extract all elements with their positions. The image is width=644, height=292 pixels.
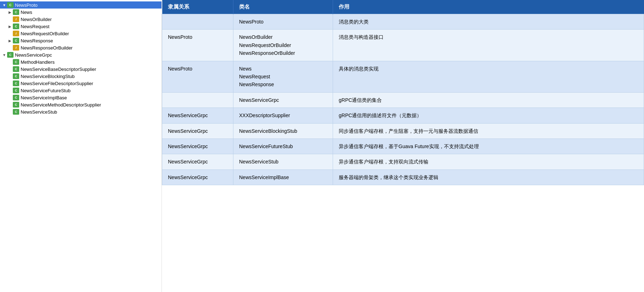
cell-classname: NewsServiceGrpc [233, 92, 333, 108]
tree-label: NewsServiceGrpc [15, 52, 52, 58]
tree-item-newsRequestOrBuilder[interactable]: INewsRequestOrBuilder [0, 30, 162, 37]
table-row: NewsServiceGrpcNewsServiceStub异步通信客户端存根，… [162, 154, 644, 170]
tree-label: NewsServiceBlockingStub [21, 74, 75, 79]
tree-icon-c: C [7, 2, 14, 8]
tree-item-newsOrBuilder[interactable]: INewsOrBuilder [0, 16, 162, 23]
tree-label: NewsProto [15, 2, 38, 8]
cell-parent [162, 14, 233, 30]
table-header-0: 隶属关系 [162, 0, 233, 14]
cell-parent: NewsServiceGrpc [162, 139, 233, 154]
table-panel: 隶属关系类名作用 NewsProto消息类的大类NewsProtoNewsOrB… [162, 0, 644, 292]
table-row: NewsServiceGrpcNewsServiceFutureStub异步通信… [162, 139, 644, 154]
cell-desc: 消息类与构造器接口 [333, 30, 644, 61]
tree-icon-i: I [13, 45, 19, 51]
tree-item-newsServiceFutureStub[interactable]: CNewsServiceFutureStub [0, 87, 162, 94]
tree-label: NewsRequestOrBuilder [21, 31, 69, 36]
tree-item-news[interactable]: CNews [0, 9, 162, 16]
tree-icon-c: C [13, 88, 19, 93]
cell-classname: NewsServiceBlockingStub [233, 123, 333, 139]
tree-label: NewsServiceStub [21, 109, 57, 115]
cell-parent: NewsServiceGrpc [162, 108, 233, 123]
tree-label: NewsServiceFileDescriptorSupplier [21, 81, 93, 86]
cell-classname: NewsOrBuilderNewsRequestOrBuilderNewsRes… [233, 30, 333, 61]
tree-item-newsServiceImplBase[interactable]: CNewsServiceImplBase [0, 94, 162, 101]
table-row: NewsServiceGrpcgRPC通信类的集合 [162, 92, 644, 108]
table-row: NewsServiceGrpcNewsServiceBlockingStub同步… [162, 123, 644, 139]
tree-toggle [1, 3, 7, 7]
table-row: NewsProtoNewsOrBuilderNewsRequestOrBuild… [162, 30, 644, 61]
class-table: 隶属关系类名作用 NewsProto消息类的大类NewsProtoNewsOrB… [162, 0, 644, 185]
tree-icon-c: C [13, 80, 19, 86]
cell-desc: 同步通信客户端存根，产生阻塞，支持一元与服务器流数据通信 [333, 123, 644, 139]
tree-toggle [7, 25, 13, 28]
table-header-1: 类名 [233, 0, 333, 14]
tree-toggle [1, 53, 7, 57]
tree-icon-c: C [13, 9, 19, 15]
cell-parent: NewsServiceGrpc [162, 170, 233, 185]
tree-icon-c: C [13, 66, 19, 72]
table-row: NewsProto消息类的大类 [162, 14, 644, 30]
tree-item-newsProto-root[interactable]: CNewsProto [0, 1, 162, 9]
tree-icon-c: C [13, 38, 19, 43]
cell-desc: 异步通信客户端存根，基于Guava Future实现，不支持流式处理 [333, 139, 644, 154]
cell-classname: NewsServiceFutureStub [233, 139, 333, 154]
table-row: NewsProtoNewsNewsRequestNewsResponse具体的消… [162, 61, 644, 92]
cell-parent: NewsProto [162, 30, 233, 61]
tree-label: NewsServiceMethodDescriptorSupplier [21, 102, 101, 108]
tree-item-newsServiceBaseDescriptorSupplier[interactable]: CNewsServiceBaseDescriptorSupplier [0, 66, 162, 73]
tree-item-newsServiceFileDescriptorSupplier[interactable]: CNewsServiceFileDescriptorSupplier [0, 80, 162, 87]
table-row: NewsServiceGrpcNewsServiceImplBase服务器端的骨… [162, 170, 644, 185]
tree-icon-c: C [13, 73, 19, 79]
tree-label: NewsServiceFutureStub [21, 88, 70, 93]
tree-item-methodHandlers[interactable]: CMethodHandlers [0, 58, 162, 66]
tree-label: NewsResponseOrBuilder [21, 45, 73, 51]
cell-desc: 消息类的大类 [333, 14, 644, 30]
cell-classname: XXXDescriptorSupplier [233, 108, 333, 123]
tree-icon-c: C [13, 24, 19, 29]
tree-label: MethodHandlers [21, 59, 54, 65]
cell-desc: gRPC通信用的描述符文件（元数据） [333, 108, 644, 123]
cell-desc: 异步通信客户端存根，支持双向流式传输 [333, 154, 644, 170]
table-header-2: 作用 [333, 0, 644, 14]
tree-icon-c: C [13, 102, 19, 108]
tree-icon-i: I [13, 31, 19, 36]
cell-parent: NewsServiceGrpc [162, 123, 233, 139]
tree-icon-c: C [7, 52, 14, 58]
tree-label: NewsRequest [21, 24, 49, 29]
cell-parent: NewsServiceGrpc [162, 154, 233, 170]
tree-icon-c: C [13, 59, 19, 65]
tree-label: NewsOrBuilder [21, 17, 52, 22]
cell-parent [162, 92, 233, 108]
table-row: NewsServiceGrpcXXXDescriptorSuppliergRPC… [162, 108, 644, 123]
tree-label: NewsServiceBaseDescriptorSupplier [21, 67, 96, 72]
tree-item-newsResponse[interactable]: CNewsResponse [0, 37, 162, 44]
tree-item-newsServiceBlockingStub[interactable]: CNewsServiceBlockingStub [0, 73, 162, 80]
cell-parent: NewsProto [162, 61, 233, 92]
tree-panel: CNewsProtoCNews INewsOrBuilderCNewsReque… [0, 0, 162, 292]
cell-desc: 具体的消息类实现 [333, 61, 644, 92]
cell-classname: NewsNewsRequestNewsResponse [233, 61, 333, 92]
tree-item-newsServiceStub[interactable]: CNewsServiceStub [0, 108, 162, 115]
cell-classname: NewsServiceImplBase [233, 170, 333, 185]
cell-desc: 服务器端的骨架类，继承这个类实现业务逻辑 [333, 170, 644, 185]
tree-toggle [7, 39, 13, 43]
tree-item-newsServiceGrpc-root[interactable]: CNewsServiceGrpc [0, 51, 162, 58]
tree-item-newsServiceMethodDescriptorSupplier[interactable]: CNewsServiceMethodDescriptorSupplier [0, 101, 162, 108]
tree-item-newsRequest[interactable]: CNewsRequest [0, 23, 162, 30]
tree-item-newsResponseOrBuilder[interactable]: INewsResponseOrBuilder [0, 44, 162, 51]
tree-icon-c: C [13, 109, 19, 115]
tree-icon-c: C [13, 95, 19, 100]
tree-toggle [7, 10, 13, 14]
cell-desc: gRPC通信类的集合 [333, 92, 644, 108]
cell-classname: NewsServiceStub [233, 154, 333, 170]
cell-classname: NewsProto [233, 14, 333, 30]
tree-icon-i: I [13, 16, 19, 22]
tree-label: News [21, 10, 32, 15]
tree-label: NewsServiceImplBase [21, 95, 67, 100]
tree-label: NewsResponse [21, 38, 53, 43]
